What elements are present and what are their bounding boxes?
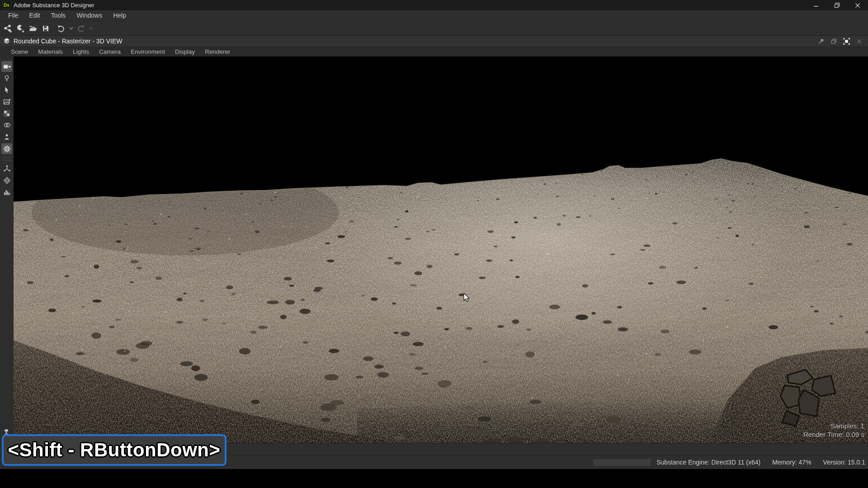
viewmenu-renderer[interactable]: Renderer	[200, 47, 235, 56]
pointer-icon	[3, 86, 10, 94]
render-settings-icon	[3, 145, 11, 153]
rendered-scene	[14, 56, 868, 443]
app-title: Adobe Substance 3D Designer	[14, 2, 94, 9]
open-file-button[interactable]	[27, 23, 39, 34]
chevron-down-icon	[89, 27, 93, 30]
menubar: File Edit Tools Windows Help	[0, 10, 868, 21]
titlebar: Ds Adobe Substance 3D Designer	[0, 0, 868, 10]
undo-icon	[57, 24, 65, 33]
version-status: Version: 15.0.1	[823, 459, 865, 466]
perspective-camera-icon	[3, 63, 11, 70]
memory-status: Memory: 47%	[772, 459, 811, 466]
app-window: { "titlebar": { "logo_text": "Ds", "titl…	[0, 0, 868, 488]
light-tool[interactable]	[1, 73, 12, 84]
gizmo-icon	[3, 165, 11, 173]
open-folder-icon	[28, 24, 38, 33]
menu-tools[interactable]: Tools	[46, 10, 71, 21]
perspective-camera-tool[interactable]	[1, 61, 12, 72]
new-substance-graph-button[interactable]	[2, 23, 14, 34]
workspace: Samples: 1 Render Time: 0.09 s	[0, 56, 868, 443]
menu-help[interactable]: Help	[108, 10, 132, 21]
close-icon	[856, 38, 862, 44]
material-icon	[3, 110, 10, 117]
display-mode-icon	[3, 122, 11, 129]
viewmenu-scene[interactable]: Scene	[6, 47, 33, 56]
view3d-titlebar[interactable]: Rounded Cube - Rasterizer - 3D VIEW	[0, 35, 868, 47]
redo-button[interactable]	[75, 23, 87, 34]
wireframe-icon	[3, 177, 11, 184]
pointer-tool[interactable]	[1, 84, 12, 95]
tool-strip-separator	[2, 157, 11, 161]
viewmenu-display[interactable]: Display	[170, 47, 200, 56]
environment-icon	[3, 98, 11, 106]
restore-icon	[834, 2, 840, 8]
pin-button[interactable]	[815, 36, 827, 46]
new-substance-graph-icon	[4, 24, 12, 33]
viewmenu-materials[interactable]: Materials	[33, 47, 68, 56]
camera-pose-icon	[3, 133, 10, 141]
new-package-icon	[16, 24, 25, 33]
float-window-button[interactable]	[827, 36, 840, 46]
bottom-strip	[0, 469, 868, 488]
chevron-down-icon	[69, 27, 73, 30]
render-stats: Samples: 1 Render Time: 0.09 s	[803, 422, 864, 439]
wireframe-tool[interactable]	[1, 175, 12, 186]
maximize-view-button[interactable]	[840, 36, 853, 46]
redo-dropdown-button[interactable]	[88, 23, 94, 34]
maximize-icon	[843, 38, 850, 45]
float-window-icon	[830, 38, 837, 45]
keycast-overlay: <Shift - RButtonDown>	[2, 434, 226, 466]
display-mode-tool[interactable]	[1, 120, 12, 131]
close-view-button[interactable]	[853, 36, 865, 46]
app-logo-icon: Ds	[2, 1, 11, 9]
main-toolbar	[0, 21, 868, 35]
histogram-icon	[3, 188, 10, 196]
viewmenu-camera[interactable]: Camera	[94, 47, 126, 56]
engine-status: Substance Engine: Direct3D 11 (x64)	[656, 459, 760, 466]
minimize-button[interactable]	[806, 0, 826, 10]
render-settings-tool[interactable]	[1, 143, 12, 154]
menu-file[interactable]: File	[3, 10, 24, 21]
redo-icon	[77, 24, 85, 33]
save-button[interactable]	[40, 23, 52, 34]
close-button[interactable]	[847, 0, 868, 10]
material-tool[interactable]	[1, 108, 12, 119]
undo-dropdown-button[interactable]	[68, 23, 74, 34]
camera-pose-tool[interactable]	[1, 131, 12, 142]
view3d-menubar: Scene Materials Lights Camera Environmen…	[0, 47, 868, 56]
render-time-label: Render Time: 0.09 s	[803, 431, 864, 439]
histogram-tool[interactable]	[1, 187, 12, 197]
undo-button[interactable]	[55, 23, 67, 34]
restore-button[interactable]	[826, 0, 847, 10]
close-icon	[855, 3, 860, 8]
viewmenu-lights[interactable]: Lights	[68, 47, 94, 56]
view3d-title: Rounded Cube - Rasterizer - 3D VIEW	[14, 38, 122, 45]
minimize-icon	[813, 3, 819, 8]
samples-label: Samples: 1	[803, 422, 864, 431]
gizmo-tool[interactable]	[1, 163, 12, 174]
light-icon	[3, 75, 10, 82]
cube-icon	[3, 38, 10, 45]
progress-bar	[593, 459, 651, 466]
menu-edit[interactable]: Edit	[24, 10, 46, 21]
viewport-tool-strip	[0, 56, 14, 443]
viewport-3d[interactable]: Samples: 1 Render Time: 0.09 s	[14, 56, 868, 443]
new-package-button[interactable]	[14, 23, 26, 34]
viewmenu-environment[interactable]: Environment	[126, 47, 170, 56]
save-icon	[42, 24, 50, 33]
pin-icon	[818, 38, 825, 45]
environment-tool[interactable]	[1, 96, 12, 107]
keycast-text: <Shift - RButtonDown>	[8, 439, 220, 461]
menu-windows[interactable]: Windows	[71, 10, 108, 21]
